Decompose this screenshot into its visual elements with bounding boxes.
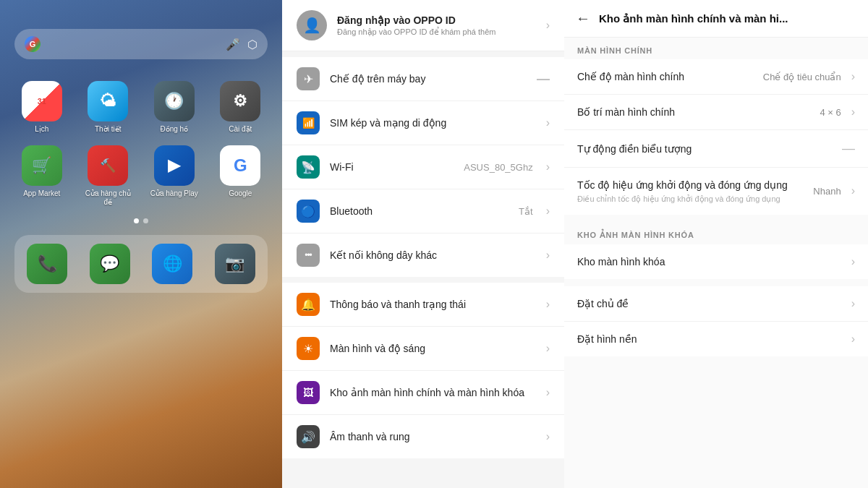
theme-icon: 🔨 [88,145,128,186]
browser-icon: 🌐 [152,244,192,284]
lock-wallpaper-row[interactable]: Kho màn hình khóa › [564,244,868,279]
row-label: Tự động điền biểu tượng [577,142,835,155]
camera-icon: 📷 [215,244,255,284]
dash-icon: — [537,72,550,87]
app-label: Google [229,189,252,198]
chevron-right-icon: › [546,430,550,443]
notifications-icon: 🔔 [297,293,320,316]
app-calendar[interactable]: 31 Lịch [14,81,69,134]
sound-row[interactable]: 🔊 Âm thanh và rung › [282,415,564,458]
row-label: Chế độ trên máy bay [330,73,527,85]
app-settings[interactable]: ⚙ Cài đặt [213,81,268,134]
app-market[interactable]: 🛒 App Market [14,145,69,207]
settings-screen: 👤 Đăng nhập vào OPPO ID Đăng nhập vào OP… [282,0,564,488]
back-button[interactable]: ← [576,10,590,27]
chevron-right-icon: › [851,70,855,83]
chevron-right-icon: › [851,333,855,346]
chevron-right-icon: › [546,19,550,32]
chevron-right-icon: › [851,255,855,268]
dock-browser[interactable]: 🌐 [147,244,198,284]
messages-icon: 💬 [90,244,130,284]
chevron-right-icon: › [851,184,855,197]
app-clock[interactable]: 🕐 Đồng hồ [147,81,202,134]
sound-icon: 🔊 [297,425,320,448]
user-info: Đăng nhập vào OPPO ID Đăng nhập vào OPPO… [337,14,536,37]
row-label: Kho màn hình khóa [577,255,844,268]
theme-section: Đặt chủ đề › Đặt hình nền › [564,286,868,356]
app-label: App Market [23,189,60,198]
wallpaper-row[interactable]: 🖼 Kho ảnh màn hình chính và màn hình khó… [282,371,564,415]
notifications-row[interactable]: 🔔 Thông báo và thanh trạng thái › [282,283,564,327]
app-grid-row1: 31 Lịch 🌤 Thời tiết 🕐 Đồng hồ ⚙ Cài đặt [14,81,268,134]
airplane-icon: ✈ [297,67,320,90]
wifi-value: ASUS_80_5Ghz [464,162,532,173]
search-bar[interactable]: G 🎤 ⬡ [14,29,268,59]
set-theme-row[interactable]: Đặt chủ đề › [564,286,868,322]
airplane-mode-row[interactable]: ✈ Chế độ trên máy bay — [282,57,564,101]
app-label: Thời tiết [95,125,121,134]
settings-list: 👤 Đăng nhập vào OPPO ID Đăng nhập vào OP… [282,0,564,488]
chevron-right-icon: › [851,297,855,310]
set-wallpaper-row[interactable]: Đặt hình nền › [564,322,868,356]
bluetooth-row[interactable]: 🔵 Bluetooth Tắt › [282,189,564,234]
row-label: Bluetooth [330,205,509,217]
sub-header: ← Kho ảnh màn hình chính và màn hi... [564,0,868,38]
row-label: Kết nối không dây khác [330,249,536,261]
wifi-row[interactable]: 📡 Wi-Fi ASUS_80_5Ghz › [282,145,564,189]
dot-2 [143,218,148,223]
app-play[interactable]: ▶ Cửa hàng Play [147,145,202,207]
appmarket-icon: 🛒 [22,145,62,186]
dock-camera[interactable]: 📷 [210,244,261,284]
user-profile-row[interactable]: 👤 Đăng nhập vào OPPO ID Đăng nhập vào OP… [282,0,564,51]
section-label-lockscreen: KHO ẢNH MÀN HÌNH KHÓA [564,222,868,244]
sim-row[interactable]: 📶 SIM kép và mạng di động › [282,101,564,145]
clock-icon: 🕐 [154,81,195,121]
user-avatar: 👤 [297,10,327,40]
animation-speed-value: Nhanh [813,186,841,197]
settings-section-display: 🔔 Thông báo và thanh trạng thái › ☀ Màn … [282,283,564,458]
wallpaper-icon: 🖼 [297,381,320,404]
app-google[interactable]: G Google [213,145,268,207]
display-icon: ☀ [297,337,320,360]
chevron-right-icon: › [546,342,550,355]
bottom-dock: 📞 💬 🌐 📷 [14,235,268,293]
dock-phone[interactable]: 📞 [22,244,73,284]
row-label: Wi-Fi [330,161,454,173]
chevron-right-icon: › [546,386,550,399]
row-label: Đặt chủ đề [577,297,844,310]
phone-icon: 📞 [27,244,67,284]
row-label: Âm thanh và rung [330,431,536,442]
other-connections-row[interactable]: ••• Kết nối không dây khác › [282,234,564,277]
dock-messages[interactable]: 💬 [85,244,136,284]
sub-screen-title: Kho ảnh màn hình chính và màn hi... [599,12,788,25]
row-label: Kho ảnh màn hình chính và màn hình khóa [330,387,536,398]
row-label: Tốc độ hiệu ứng khởi động và đóng ứng dụ… [577,179,806,192]
row-label: Đặt hình nền [577,333,844,346]
app-weather[interactable]: 🌤 Thời tiết [81,81,136,134]
screen-mode-value: Chế độ tiêu chuẩn [763,72,841,82]
app-label: Cửa hàng chủ đề [81,189,136,207]
google-icon: G [220,145,260,186]
auto-fill-row[interactable]: Tự động điền biểu tượng — [564,130,868,168]
chevron-right-icon: › [851,106,855,119]
wifi-icon: 📡 [297,155,320,179]
layout-row[interactable]: Bố trí màn hình chính 4 × 6 › [564,95,868,130]
app-label: Cửa hàng Play [150,189,198,198]
app-label: Lịch [35,125,48,134]
screen-mode-row[interactable]: Chế độ màn hình chính Chế độ tiêu chuẩn … [564,59,868,95]
chevron-right-icon: › [546,249,550,262]
animation-speed-row[interactable]: Tốc độ hiệu ứng khởi động và đóng ứng dụ… [564,168,868,214]
chevron-right-icon: › [546,298,550,311]
weather-icon: 🌤 [88,81,128,121]
wallpaper-settings-screen: ← Kho ảnh màn hình chính và màn hi... MÀ… [564,0,868,488]
app-grid-row2: 🛒 App Market 🔨 Cửa hàng chủ đề ▶ Cửa hàn… [14,145,268,207]
app-theme[interactable]: 🔨 Cửa hàng chủ đề [81,145,136,207]
chevron-right-icon: › [546,205,550,218]
bluetooth-icon: 🔵 [297,200,320,223]
calendar-icon: 31 [22,81,62,121]
settings-section-connectivity: ✈ Chế độ trên máy bay — 📶 SIM kép và mạn… [282,57,564,277]
mic-icon[interactable]: 🎤 [226,38,240,51]
display-row[interactable]: ☀ Màn hình và độ sáng › [282,327,564,371]
row-label: Màn hình và độ sáng [330,343,536,354]
lens-icon[interactable]: ⬡ [247,38,258,51]
